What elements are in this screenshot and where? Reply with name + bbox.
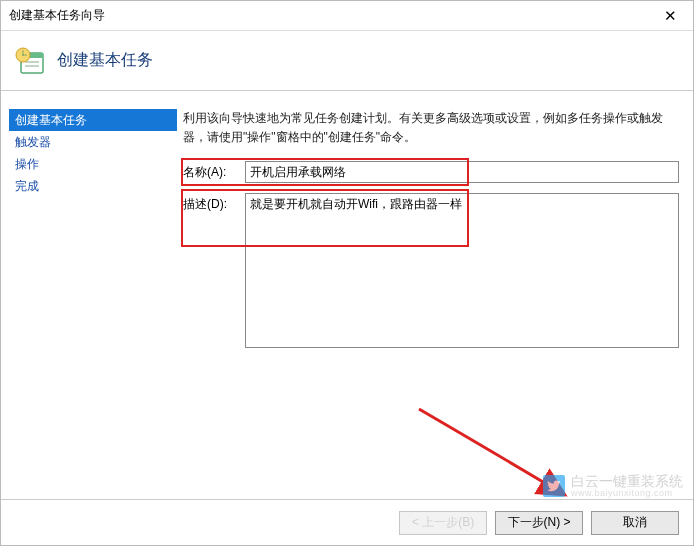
next-button[interactable]: 下一步(N) > bbox=[495, 511, 583, 535]
window-title: 创建基本任务向导 bbox=[9, 7, 105, 24]
header-title: 创建基本任务 bbox=[57, 50, 153, 71]
desc-textarea[interactable] bbox=[245, 193, 679, 348]
name-input[interactable] bbox=[245, 161, 679, 183]
sidebar-item-trigger[interactable]: 触发器 bbox=[9, 131, 177, 153]
name-label: 名称(A): bbox=[183, 161, 245, 181]
close-button[interactable]: ✕ bbox=[647, 1, 693, 31]
wizard-window: 创建基本任务向导 ✕ 创建基本任务 创建基本任务 触发器 操作 完成 bbox=[0, 0, 694, 546]
sidebar-item-finish[interactable]: 完成 bbox=[9, 175, 177, 197]
body: 创建基本任务 触发器 操作 完成 利用该向导快速地为常见任务创建计划。有关更多高… bbox=[1, 91, 693, 499]
content-pane: 利用该向导快速地为常见任务创建计划。有关更多高级选项或设置，例如多任务操作或触发… bbox=[177, 91, 693, 499]
name-row: 名称(A): bbox=[183, 161, 679, 183]
footer: < 上一步(B) 下一步(N) > 取消 bbox=[1, 499, 693, 545]
sidebar: 创建基本任务 触发器 操作 完成 bbox=[1, 91, 177, 499]
titlebar: 创建基本任务向导 ✕ bbox=[1, 1, 693, 31]
desc-row: 描述(D): bbox=[183, 193, 679, 351]
header: 创建基本任务 bbox=[1, 31, 693, 91]
desc-label: 描述(D): bbox=[183, 193, 245, 213]
task-icon bbox=[15, 45, 47, 77]
close-icon: ✕ bbox=[664, 7, 677, 25]
back-button: < 上一步(B) bbox=[399, 511, 487, 535]
sidebar-item-create-task[interactable]: 创建基本任务 bbox=[9, 109, 177, 131]
sidebar-item-action[interactable]: 操作 bbox=[9, 153, 177, 175]
cancel-button[interactable]: 取消 bbox=[591, 511, 679, 535]
instruction-text: 利用该向导快速地为常见任务创建计划。有关更多高级选项或设置，例如多任务操作或触发… bbox=[183, 109, 679, 147]
